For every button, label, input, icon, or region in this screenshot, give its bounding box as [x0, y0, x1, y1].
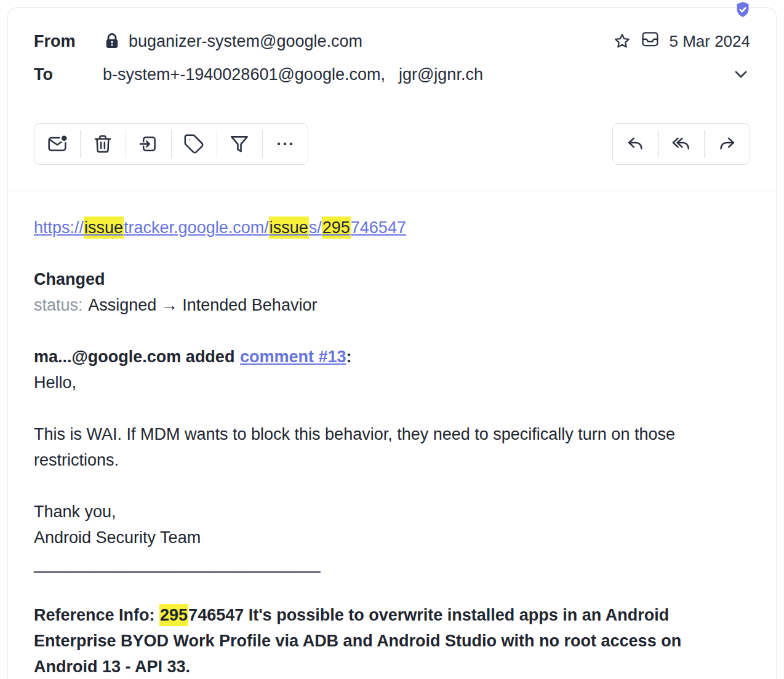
link-segment: 746547	[351, 218, 406, 237]
trash-icon	[92, 133, 113, 154]
to-recipient-secondary[interactable]: jgr@jgnr.ch	[399, 65, 483, 84]
reply-all-icon	[671, 133, 692, 154]
forward-icon	[716, 133, 737, 154]
tag-icon	[183, 133, 204, 154]
greeting-line: Hello,	[34, 370, 750, 395]
link-segment: s/	[309, 218, 322, 237]
email-message-card: From buganizer-system@google.com	[7, 7, 777, 679]
message-actions-group	[34, 123, 308, 165]
email-header: From buganizer-system@google.com	[8, 8, 776, 191]
ellipsis-icon	[274, 133, 295, 154]
inbox-icon	[641, 30, 660, 53]
comment-author: ma...@google.com added	[34, 347, 234, 366]
to-label: To	[34, 65, 103, 84]
mark-unread-button[interactable]	[34, 124, 80, 164]
lock-icon	[103, 32, 121, 50]
comment-colon: :	[346, 347, 352, 366]
reference-highlight: 295	[159, 604, 188, 626]
link-segment: issue	[84, 216, 124, 239]
link-segment: tracker.google.com/	[124, 218, 269, 237]
signoff-thanks: Thank you,	[34, 499, 750, 525]
status-label: status:	[34, 296, 83, 314]
reply-icon	[625, 133, 646, 154]
signature-divider: _______________________________	[34, 550, 750, 576]
to-recipient-primary[interactable]: b-system+-1940028601@google.com,	[103, 65, 385, 84]
link-segment: 295	[322, 216, 351, 239]
link-segment: issue	[269, 216, 309, 239]
signoff-block: Thank you, Android Security Team _______…	[34, 499, 750, 576]
from-label: From	[34, 32, 103, 51]
filter-button[interactable]	[217, 124, 262, 164]
move-to-folder-icon	[138, 133, 159, 154]
reference-label: Reference Info:	[34, 606, 159, 624]
comment-link[interactable]: comment #13	[240, 347, 346, 366]
comment-block: ma...@google.com addedcomment #13: Hello…	[34, 344, 750, 395]
to-row: To b-system+-1940028601@google.com, jgr@…	[34, 58, 750, 91]
issue-link[interactable]: https://issuetracker.google.com/issues/2…	[34, 216, 406, 239]
collapse-details-button[interactable]	[732, 65, 750, 84]
filter-icon	[229, 133, 250, 154]
from-email[interactable]: buganizer-system@google.com	[129, 32, 362, 51]
changed-heading: Changed	[34, 270, 105, 288]
move-to-folder-button[interactable]	[126, 124, 171, 164]
status-value: Assigned → Intended Behavior	[88, 296, 317, 314]
more-actions-button[interactable]	[262, 124, 308, 164]
message-toolbar	[34, 123, 750, 165]
shield-check-icon	[734, 0, 752, 20]
reply-button[interactable]	[613, 124, 658, 164]
from-row: From buganizer-system@google.com	[34, 25, 750, 58]
message-paragraph: This is WAI. If MDM wants to block this …	[34, 421, 750, 473]
signoff-team: Android Security Team	[34, 525, 750, 550]
label-button[interactable]	[171, 124, 217, 164]
reference-info-block: Reference Info: 295746547 It's possible …	[34, 602, 729, 679]
email-body: https://issuetracker.google.com/issues/2…	[8, 191, 776, 679]
reply-all-button[interactable]	[658, 124, 704, 164]
star-icon	[613, 32, 631, 50]
envelope-dot-icon	[47, 133, 68, 154]
link-segment: https://	[34, 218, 84, 237]
chevron-down-icon	[732, 65, 750, 84]
status-line: status:Assigned → Intended Behavior	[34, 292, 750, 318]
star-button[interactable]	[613, 32, 631, 50]
changed-block: Changed status:Assigned → Intended Behav…	[34, 266, 750, 318]
delete-button[interactable]	[80, 124, 126, 164]
email-date: 5 Mar 2024	[669, 32, 750, 51]
reply-actions-group	[612, 123, 750, 165]
forward-button[interactable]	[704, 124, 750, 164]
